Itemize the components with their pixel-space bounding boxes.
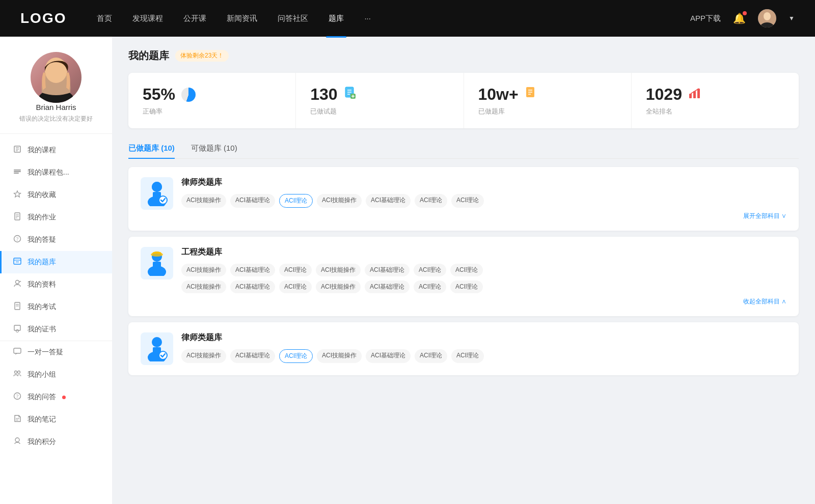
tag[interactable]: ACI理论 [451,194,484,208]
svg-rect-20 [14,258,21,264]
tag[interactable]: ACI基础理论 [230,264,275,276]
sidebar-item-favorites[interactable]: 我的收藏 [0,184,112,206]
qbank-header-2: 工程类题库 ACI技能操作 ACI基础理论 ACI理论 ACI技能操作 ACI基… [141,247,786,306]
collapse-btn-2[interactable]: 收起全部科目 ∧ [181,297,786,306]
nav-news[interactable]: 新闻资讯 [227,12,257,25]
tags-row-2b: ACI技能操作 ACI基础理论 ACI理论 ACI技能操作 ACI基础理论 AC… [181,281,786,293]
sidebar-item-course-package[interactable]: 我的课程包... [0,161,112,184]
notes-icon [12,414,22,425]
notification-bell[interactable]: 🔔 [733,12,746,24]
sidebar-item-notes[interactable]: 我的笔记 [0,408,112,431]
nav-qa[interactable]: 问答社区 [278,12,308,25]
sidebar-label: 我的作业 [28,213,56,222]
points-icon [12,437,22,447]
tags-row-2a: ACI技能操作 ACI基础理论 ACI理论 ACI技能操作 ACI基础理论 AC… [181,264,786,276]
sidebar-item-group[interactable]: 我的小组 [0,363,112,386]
qbank-title-2: 工程类题库 [181,247,786,258]
tag[interactable]: ACI理论 [414,264,446,276]
notification-indicator [62,396,66,399]
qbank-header-3: 律师类题库 ACI技能操作 ACI基础理论 ACI理论 ACI技能操作 ACI基… [141,332,786,365]
notification-dot [743,11,747,15]
tag[interactable]: ACI理论 [415,349,447,363]
sidebar-item-myqa[interactable]: ? 我的问答 [0,386,112,408]
nav-home[interactable]: 首页 [97,12,112,25]
sidebar-item-qa[interactable]: ? 我的答疑 [0,229,112,251]
stat-label: 已做试题 [310,107,449,116]
tag[interactable]: ACI基础理论 [365,264,410,276]
profile-avatar-image [36,57,76,103]
doc-orange-icon [525,87,538,103]
sidebar-label: 我的课程 [28,146,56,155]
stat-label: 正确率 [143,107,281,116]
tabs-row: 已做题库 (10) 可做题库 (10) [128,138,799,159]
tag[interactable]: ACI技能操作 [181,264,226,276]
tag[interactable]: ACI理论 [450,264,483,276]
sidebar-item-homework[interactable]: 我的作业 [0,206,112,229]
svg-rect-53 [697,89,700,98]
tag-active[interactable]: ACI理论 [279,349,313,363]
tag[interactable]: ACI理论 [450,281,483,293]
sidebar-item-1on1[interactable]: 一对一答疑 [0,341,112,363]
tag[interactable]: ACI基础理论 [366,194,411,208]
exam-icon [12,302,22,312]
tag-active[interactable]: ACI理论 [279,194,313,208]
nav-open[interactable]: 公开课 [183,12,206,25]
qbank-card-3: 律师类题库 ACI技能操作 ACI基础理论 ACI理论 ACI技能操作 ACI基… [128,322,799,375]
svg-text:?: ? [16,236,19,242]
chat-icon [12,347,22,357]
stats-row: 55% 正确率 130 已做试题 10w+ [128,73,799,128]
tag[interactable]: ACI技能操作 [317,349,362,363]
sidebar-label: 我的问答 [28,393,56,402]
tag[interactable]: ACI技能操作 [317,194,362,208]
tag[interactable]: ACI基础理论 [230,194,275,208]
qbank-title-3: 律师类题库 [181,332,786,343]
nav-more[interactable]: ··· [364,12,371,25]
expand-btn-1[interactable]: 展开全部科目 ∨ [181,212,786,220]
sidebar-item-profile[interactable]: 我的资料 [0,273,112,296]
lawyer-icon [146,181,168,206]
tag[interactable]: ACI基础理论 [366,349,411,363]
tag[interactable]: ACI技能操作 [181,349,226,363]
sidebar-label: 我的资料 [28,280,56,289]
tag[interactable]: ACI理论 [415,194,447,208]
stat-value: 1029 [646,85,682,104]
svg-point-30 [16,330,19,332]
sidebar-label: 我的笔记 [28,415,56,424]
svg-rect-31 [14,348,21,353]
engineer-icon [146,250,168,276]
sidebar-label: 我的小组 [28,370,56,379]
sidebar-item-points[interactable]: 我的积分 [0,431,112,453]
tag[interactable]: ACI理论 [414,281,446,293]
tag[interactable]: ACI理论 [279,264,312,276]
tag[interactable]: ACI基础理论 [230,349,275,363]
page-title: 我的题库 [128,49,169,63]
sidebar-item-courses[interactable]: 我的课程 [0,139,112,161]
svg-rect-12 [14,173,19,174]
qbank-card-2: 工程类题库 ACI技能操作 ACI基础理论 ACI理论 ACI技能操作 ACI基… [128,237,799,316]
tag[interactable]: ACI技能操作 [316,264,361,276]
doc-icon [344,87,357,103]
svg-rect-11 [14,171,21,172]
tag[interactable]: ACI理论 [279,281,312,293]
nav-discover[interactable]: 发现课程 [132,12,163,25]
tag[interactable]: ACI技能操作 [181,281,226,293]
sidebar-item-qbank[interactable]: 我的题库 [0,251,112,273]
tag[interactable]: ACI技能操作 [181,194,226,208]
stat-done-banks: 10w+ 已做题库 [464,73,632,128]
tag[interactable]: ACI技能操作 [316,281,361,293]
tab-available[interactable]: 可做题库 (10) [191,138,237,158]
sidebar-item-exam[interactable]: 我的考试 [0,296,112,318]
sidebar-label: 我的题库 [28,258,56,267]
tab-done[interactable]: 已做题库 (10) [128,138,175,158]
app-download-btn[interactable]: APP下载 [690,14,721,23]
sidebar-item-certificate[interactable]: 我的证书 [0,318,112,341]
stat-value: 55% [143,85,175,104]
qbank-body-1: 律师类题库 ACI技能操作 ACI基础理论 ACI理论 ACI技能操作 ACI基… [181,177,786,220]
chevron-down-icon[interactable]: ▼ [789,15,795,22]
tag[interactable]: ACI基础理论 [365,281,410,293]
avatar[interactable] [758,9,776,27]
nav-qbank[interactable]: 题库 [329,12,344,25]
profile-icon [12,279,22,290]
tag[interactable]: ACI基础理论 [230,281,275,293]
tag[interactable]: ACI理论 [451,349,484,363]
